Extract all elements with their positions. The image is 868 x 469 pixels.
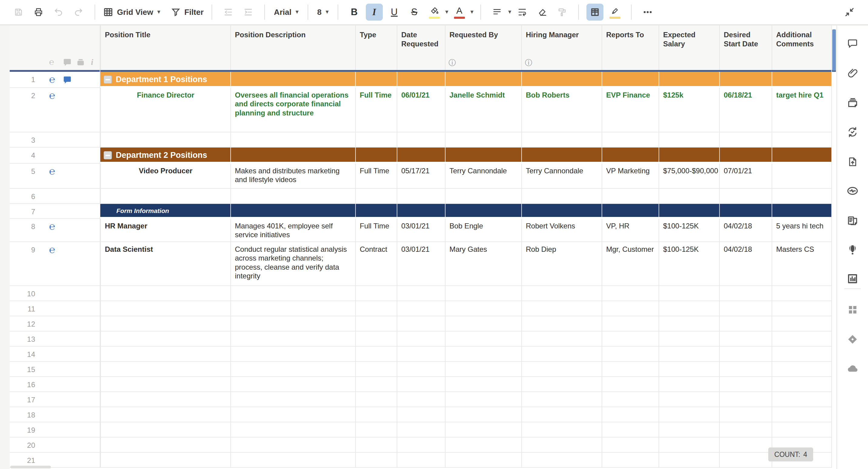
column-header-comments[interactable]: Additional Comments xyxy=(772,26,831,70)
cell-comments-row-19[interactable] xyxy=(772,423,831,437)
cell-start-row-14[interactable] xyxy=(719,347,772,362)
cell-hiringManager-row-5[interactable]: Terry Cannondale xyxy=(521,164,601,189)
cell-type-row-5[interactable]: Full Time xyxy=(355,164,397,189)
cell-date-row-20[interactable] xyxy=(397,437,445,452)
cell-salary-row-6[interactable] xyxy=(658,189,719,204)
cell-hiringManager-row-8[interactable]: Robert Volkens xyxy=(521,219,601,242)
row-number[interactable]: 16 xyxy=(11,380,35,389)
cell-date-row-8[interactable]: 03/01/21 xyxy=(397,219,445,242)
cell-requestedBy-row-19[interactable] xyxy=(445,423,521,437)
cell-comments-row-13[interactable] xyxy=(772,332,831,347)
cell-start-row-21[interactable] xyxy=(719,452,772,468)
cell-type-row-12[interactable] xyxy=(355,316,397,332)
cell-date-row-2[interactable]: 06/01/21 xyxy=(397,88,445,132)
cell-requestedBy-row-14[interactable] xyxy=(445,347,521,362)
cell-date-row-13[interactable] xyxy=(397,332,445,347)
cell-hiringManager-row-21[interactable] xyxy=(521,452,601,468)
cell-reportsTo-row-15[interactable] xyxy=(601,362,658,377)
cell-hiringManager-row-20[interactable] xyxy=(521,437,601,452)
cell-comments-row-16[interactable] xyxy=(772,377,831,392)
cell-desc-row-8[interactable]: Manages 401K, employee self service init… xyxy=(230,219,355,242)
cell-title-row-17[interactable] xyxy=(100,392,230,407)
cell-type-row-8[interactable]: Full Time xyxy=(355,219,397,242)
comment-icon[interactable] xyxy=(63,75,71,85)
cell-start-row-3[interactable] xyxy=(719,132,772,148)
attachment-icon[interactable]: ℮ xyxy=(49,58,54,66)
cell-hiringManager-row-10[interactable] xyxy=(521,286,601,301)
column-header-title[interactable]: Position Title xyxy=(100,26,230,70)
text-color-button[interactable]: A xyxy=(451,4,468,21)
cell-requestedBy-row-21[interactable] xyxy=(445,452,521,468)
cell-start-row-2[interactable]: 06/18/21 xyxy=(719,88,772,132)
align-button[interactable] xyxy=(489,4,505,21)
cell-type-row-13[interactable] xyxy=(355,332,397,347)
row-number[interactable]: 11 xyxy=(11,305,35,313)
cell-title-row-3[interactable] xyxy=(100,132,230,148)
cell-title-row-8[interactable]: HR Manager xyxy=(100,219,230,242)
cell-reportsTo-row-6[interactable] xyxy=(601,189,658,204)
cell-desc-row-16[interactable] xyxy=(230,377,355,392)
cell-type-row-2[interactable]: Full Time xyxy=(355,88,397,132)
cell-title-row-10[interactable] xyxy=(100,286,230,301)
group-row-band[interactable] xyxy=(100,72,831,87)
cell-start-row-19[interactable] xyxy=(719,423,772,437)
cell-requestedBy-row-5[interactable]: Terry Cannondale xyxy=(445,164,521,189)
row-number[interactable]: 10 xyxy=(11,290,35,298)
cell-date-row-10[interactable] xyxy=(397,286,445,301)
summary-icon[interactable] xyxy=(837,210,868,231)
row-number[interactable]: 6 xyxy=(11,192,35,201)
cell-hiringManager-row-6[interactable] xyxy=(521,189,601,204)
attachment-icon[interactable]: ℮ xyxy=(49,74,55,84)
cell-requestedBy-row-6[interactable] xyxy=(445,189,521,204)
row-number[interactable]: 4 xyxy=(11,151,35,160)
cell-type-row-11[interactable] xyxy=(355,301,397,316)
column-header-salary[interactable]: Expected Salary xyxy=(658,26,719,70)
cell-start-row-8[interactable]: 04/02/18 xyxy=(719,219,772,242)
cell-date-row-18[interactable] xyxy=(397,407,445,423)
cell-reportsTo-row-17[interactable] xyxy=(601,392,658,407)
cell-date-row-17[interactable] xyxy=(397,392,445,407)
cell-desc-row-12[interactable] xyxy=(230,316,355,332)
column-header-type[interactable]: Type xyxy=(355,26,397,70)
strikethrough-button[interactable]: S xyxy=(406,4,423,21)
cell-title-row-21[interactable] xyxy=(100,452,230,468)
row-number[interactable]: 21 xyxy=(11,456,35,465)
row-number[interactable]: 18 xyxy=(11,411,35,419)
cell-start-row-9[interactable]: 04/02/18 xyxy=(719,242,772,286)
cell-salary-row-8[interactable]: $100-125K xyxy=(658,219,719,242)
cell-desc-row-14[interactable] xyxy=(230,347,355,362)
cell-salary-row-9[interactable]: $100-125K xyxy=(658,242,719,286)
premium-icon[interactable] xyxy=(837,329,868,350)
cell-hiringManager-row-2[interactable]: Bob Roberts xyxy=(521,88,601,132)
cell-salary-row-5[interactable]: $75,000-$90,000 xyxy=(658,164,719,189)
cell-hiringManager-row-19[interactable] xyxy=(521,423,601,437)
cloud-icon[interactable] xyxy=(837,357,868,379)
cell-hiringManager-row-16[interactable] xyxy=(521,377,601,392)
wrap-text-button[interactable] xyxy=(514,4,531,21)
cell-reportsTo-row-9[interactable]: Mgr, Customer xyxy=(601,242,658,286)
cell-start-row-17[interactable] xyxy=(719,392,772,407)
row-number[interactable]: 7 xyxy=(11,208,35,216)
cell-salary-row-15[interactable] xyxy=(658,362,719,377)
cell-title-row-16[interactable] xyxy=(100,377,230,392)
cell-date-row-5[interactable]: 05/17/21 xyxy=(397,164,445,189)
cell-comments-row-6[interactable] xyxy=(772,189,831,204)
conversations-icon[interactable] xyxy=(837,32,868,54)
update-requests-icon[interactable] xyxy=(837,121,868,143)
cell-start-row-16[interactable] xyxy=(719,377,772,392)
row-number[interactable]: 17 xyxy=(11,396,35,404)
cell-comments-row-14[interactable] xyxy=(772,347,831,362)
cell-reportsTo-row-19[interactable] xyxy=(601,423,658,437)
cell-type-row-10[interactable] xyxy=(355,286,397,301)
cell-salary-row-2[interactable]: $125k xyxy=(658,88,719,132)
cell-type-row-14[interactable] xyxy=(355,347,397,362)
cell-salary-row-14[interactable] xyxy=(658,347,719,362)
row-number[interactable]: 8 xyxy=(11,222,35,231)
cell-reportsTo-row-16[interactable] xyxy=(601,377,658,392)
charts-icon[interactable] xyxy=(837,268,868,290)
cell-type-row-18[interactable] xyxy=(355,407,397,423)
cell-hiringManager-row-17[interactable] xyxy=(521,392,601,407)
cell-reportsTo-row-13[interactable] xyxy=(601,332,658,347)
cell-reportsTo-row-18[interactable] xyxy=(601,407,658,423)
row-number[interactable]: 14 xyxy=(11,350,35,359)
